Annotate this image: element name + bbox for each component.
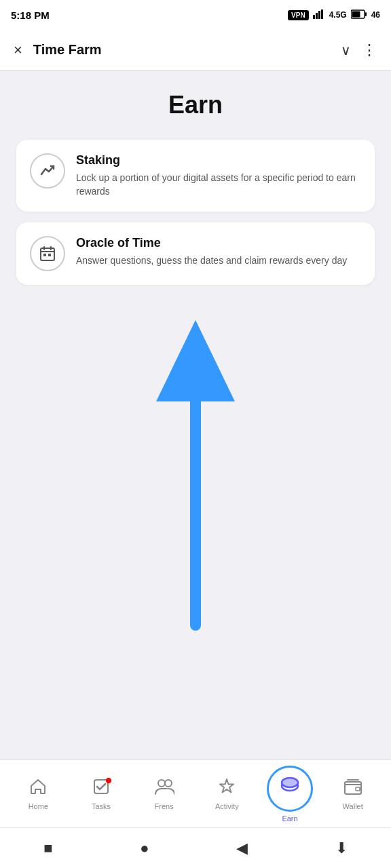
earn-circle <box>267 766 313 812</box>
earn-label: Earn <box>282 814 297 823</box>
activity-icon <box>218 778 236 800</box>
status-time: 5:18 PM <box>11 9 50 21</box>
tasks-badge-dot <box>106 778 111 783</box>
chevron-down-icon[interactable]: ∨ <box>341 42 351 58</box>
wallet-label: Wallet <box>343 802 363 810</box>
app-header: × Time Farm ∨ ⋮ <box>0 30 391 71</box>
home-icon <box>29 778 47 800</box>
android-back-btn[interactable]: ◀ <box>236 840 248 857</box>
svg-rect-3 <box>321 9 323 19</box>
svg-rect-12 <box>48 254 51 256</box>
staking-icon <box>30 153 65 189</box>
svg-rect-6 <box>365 12 367 16</box>
android-nav: ■ ● ◀ ⬇ <box>0 827 391 868</box>
nav-home[interactable]: Home <box>7 778 70 810</box>
bottom-nav: Home Tasks Frens <box>0 760 391 827</box>
svg-point-21 <box>282 778 298 787</box>
svg-rect-11 <box>43 254 46 256</box>
page-title: Earn <box>16 91 375 119</box>
more-options-icon[interactable]: ⋮ <box>362 41 377 59</box>
nav-tasks[interactable]: Tasks <box>70 778 133 810</box>
vpn-badge: VPN <box>288 10 309 20</box>
nav-earn[interactable]: Earn <box>259 766 322 823</box>
oracle-card[interactable]: Oracle of Time Answer questions, guess t… <box>16 222 375 285</box>
svg-point-17 <box>158 780 165 787</box>
wallet-icon <box>343 778 362 800</box>
nav-activity[interactable]: Activity <box>196 778 259 810</box>
main-content: Earn Staking Lock up a portion of your d… <box>0 71 391 760</box>
oracle-card-text: Oracle of Time Answer questions, guess t… <box>76 236 347 268</box>
staking-card-text: Staking Lock up a portion of your digita… <box>76 153 361 198</box>
tasks-label: Tasks <box>92 802 111 810</box>
svg-rect-22 <box>345 782 361 794</box>
svg-rect-5 <box>352 11 360 17</box>
svg-point-18 <box>165 780 172 787</box>
svg-rect-2 <box>318 11 320 19</box>
svg-rect-0 <box>313 15 315 19</box>
battery-icon <box>351 9 367 21</box>
header-right: ∨ ⋮ <box>341 41 377 59</box>
status-bar: 5:18 PM VPN 4.5G 46 <box>0 0 391 30</box>
svg-marker-15 <box>156 320 235 401</box>
home-label: Home <box>29 802 48 810</box>
tasks-icon <box>92 778 110 800</box>
svg-rect-1 <box>316 13 318 19</box>
earn-icon <box>280 776 300 801</box>
network-type: 4.5G <box>329 10 347 20</box>
activity-label: Activity <box>215 802 239 810</box>
nav-frens[interactable]: Frens <box>132 778 196 810</box>
staking-description: Lock up a portion of your digital assets… <box>76 172 361 198</box>
oracle-icon <box>30 236 65 271</box>
oracle-description: Answer questions, guess the dates and cl… <box>76 254 347 268</box>
svg-rect-23 <box>356 787 360 791</box>
staking-title: Staking <box>76 153 361 167</box>
app-title: Time Farm <box>33 42 102 58</box>
android-square-btn[interactable]: ■ <box>43 840 52 857</box>
svg-rect-7 <box>41 248 54 260</box>
status-icons: VPN 4.5G 46 <box>288 9 380 21</box>
frens-icon <box>154 778 174 800</box>
signal-icon <box>313 9 325 21</box>
header-left: × Time Farm <box>14 41 102 59</box>
nav-wallet[interactable]: Wallet <box>321 778 384 810</box>
android-download-btn[interactable]: ⬇ <box>335 840 348 857</box>
oracle-title: Oracle of Time <box>76 236 347 250</box>
android-circle-btn[interactable]: ● <box>140 840 149 857</box>
battery-level: 46 <box>371 10 380 20</box>
staking-card[interactable]: Staking Lock up a portion of your digita… <box>16 140 375 212</box>
frens-label: Frens <box>155 802 174 810</box>
close-button[interactable]: × <box>14 41 22 59</box>
